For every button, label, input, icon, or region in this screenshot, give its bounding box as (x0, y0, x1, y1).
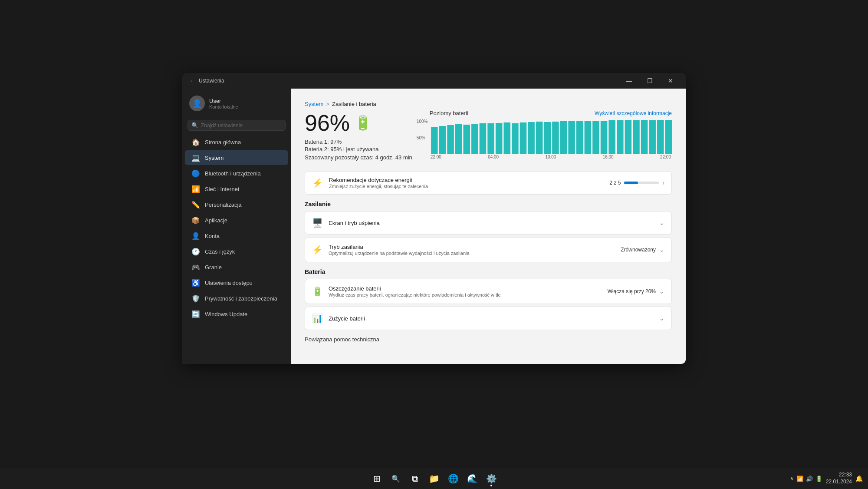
battery-saver-value: Włącza się przy 20% (608, 288, 656, 294)
close-button[interactable]: ✕ (661, 74, 681, 87)
user-section: 👤 User Konto lokalne (182, 92, 291, 118)
gaming-icon: 🎮 (192, 263, 200, 271)
title-bar: ← Ustawienia — ❐ ✕ (182, 73, 686, 89)
svg-rect-19 (584, 121, 591, 154)
taskbar-right: ∧ 📶 🔊 🔋 22:33 22.01.2024 🔔 (790, 472, 863, 485)
sidebar-item-apps[interactable]: 📦 Aplikacje (185, 213, 288, 228)
chart-title: Poziomy baterii (430, 110, 468, 116)
taskbar: ⊞ 🔍 ⧉ 📁 🌐 🌊 ⚙️ ∧ 📶 🔊 🔋 22:33 (0, 468, 868, 489)
sleep-icon: 🖥️ (312, 218, 322, 228)
home-icon: 🏠 (192, 138, 200, 146)
sleep-card[interactable]: 🖥️ Ekran i tryb uśpienia ⌄ (305, 211, 672, 235)
sidebar-item-bluetooth-label: Bluetooth i urządzenia (205, 170, 261, 177)
svg-rect-23 (617, 120, 624, 154)
battery-chart: 100% 50% (430, 119, 672, 162)
accessibility-icon: ♿ (192, 279, 200, 287)
battery-saver-icon: 🔋 (312, 286, 322, 297)
recommendations-badge: 2 z 5 (609, 180, 621, 186)
svg-rect-21 (601, 121, 608, 154)
sidebar-item-bluetooth[interactable]: 🔵 Bluetooth i urządzenia (185, 166, 288, 181)
recommendations-subtitle: Zmniejsz zużycie energii, stosując te za… (329, 184, 603, 189)
taskbar-search-button[interactable]: 🔍 (387, 470, 404, 487)
svg-rect-2 (447, 125, 454, 154)
battery-chart-section: Poziomy baterii Wyświetl szczegółowe inf… (430, 110, 672, 162)
sidebar-item-personalization[interactable]: ✏️ Personalizacja (185, 197, 288, 212)
sidebar-item-time[interactable]: 🕐 Czas i język (185, 244, 288, 259)
sidebar-item-accessibility-label: Ułatwienia dostępu (205, 280, 253, 286)
svg-rect-10 (512, 123, 519, 154)
battery-saver-subtitle: Wydłuż czas pracy baterii, ograniczając … (329, 292, 602, 297)
recommendations-title: Rekomendacje dotyczące energii (329, 177, 603, 183)
sidebar-item-network[interactable]: 📶 Sieć i Internet (185, 182, 288, 196)
sidebar-item-gaming[interactable]: 🎮 Granie (185, 260, 288, 274)
battery2-detail: Bateria 2: 95% i jest używana (305, 146, 412, 152)
search-box[interactable]: 🔍 (187, 120, 286, 131)
taskbar-clock[interactable]: 22:33 22.01.2024 (826, 472, 852, 485)
personalization-icon: ✏️ (192, 201, 200, 208)
sleep-title: Ekran i tryb uśpienia (329, 220, 653, 226)
taskbar-volume-icon[interactable]: 🔊 (806, 476, 813, 482)
accounts-icon: 👤 (192, 232, 200, 240)
chart-label-10: 10:00 (545, 155, 556, 159)
breadcrumb-parent[interactable]: System (305, 101, 323, 107)
battery-usage-icon: 📊 (312, 313, 322, 324)
chart-label-22start: 22:00 (431, 155, 441, 159)
svg-rect-29 (665, 120, 672, 154)
sidebar-item-privacy[interactable]: 🛡️ Prywatność i zabezpieczenia (185, 291, 288, 306)
svg-rect-18 (576, 121, 583, 154)
battery-saver-content: Oszczędzanie baterii Wydłuż czas pracy b… (329, 285, 602, 297)
taskbar-settings-wrap: ⚙️ (483, 470, 500, 487)
user-name: User (209, 98, 238, 104)
privacy-icon: 🛡️ (192, 294, 200, 302)
taskbar-taskview-button[interactable]: ⧉ (406, 470, 424, 487)
sidebar-item-apps-label: Aplikacje (205, 217, 227, 224)
battery-percent-value: 96% (305, 110, 350, 136)
recommendations-card[interactable]: ⚡ Rekomendacje dotyczące energii Zmniejs… (305, 171, 672, 195)
svg-rect-27 (649, 120, 656, 154)
restore-button[interactable]: ❐ (640, 74, 660, 87)
recommendations-chevron-icon: › (662, 179, 664, 186)
battery-icon: 🔋 (354, 115, 372, 131)
svg-rect-24 (625, 120, 631, 154)
chart-header: Poziomy baterii Wyświetl szczegółowe inf… (430, 110, 672, 116)
taskbar-chrome-button[interactable]: 🌐 (444, 470, 462, 487)
svg-rect-1 (439, 126, 446, 154)
svg-rect-26 (641, 120, 648, 154)
taskbar-time-value: 22:33 (826, 472, 852, 479)
battery-usage-right: ⌄ (659, 315, 664, 322)
battery-saver-dropdown-icon[interactable]: ⌄ (659, 288, 664, 295)
taskbar-center: ⊞ 🔍 ⧉ 📁 🌐 🌊 ⚙️ (368, 470, 500, 487)
chart-y-50: 50% (417, 135, 425, 140)
battery-usage-expand-icon[interactable]: ⌄ (659, 315, 664, 322)
taskbar-chevron-icon[interactable]: ∧ (790, 476, 794, 482)
breadcrumb: System > Zasilanie i bateria (305, 101, 672, 107)
search-input[interactable] (201, 122, 282, 129)
power-mode-card[interactable]: ⚡ Tryb zasilania Optymalizuj urządzenie … (305, 237, 672, 262)
sidebar-item-update[interactable]: 🔄 Windows Update (185, 307, 288, 321)
power-mode-dropdown-icon[interactable]: ⌄ (659, 246, 664, 253)
sidebar-item-update-label: Windows Update (205, 311, 247, 317)
taskbar-appx-button[interactable]: 🌊 (464, 470, 481, 487)
minimize-button[interactable]: — (619, 74, 639, 87)
title-bar-back-icon[interactable]: ← (189, 77, 195, 84)
battery-saver-right[interactable]: Włącza się przy 20% ⌄ (608, 288, 664, 295)
sidebar-item-system[interactable]: 💻 System (185, 150, 288, 165)
sidebar-item-accessibility[interactable]: ♿ Ułatwienia dostępu (185, 275, 288, 290)
sidebar-item-system-label: System (205, 155, 224, 161)
taskbar-wifi-icon[interactable]: 📶 (796, 476, 803, 482)
sleep-expand-icon[interactable]: ⌄ (659, 219, 664, 226)
update-icon: 🔄 (192, 310, 200, 318)
battery-usage-card[interactable]: 📊 Zużycie baterii ⌄ (305, 307, 672, 330)
taskbar-notification-icon[interactable]: 🔔 (855, 475, 863, 482)
sidebar-item-home[interactable]: 🏠 Strona główna (185, 135, 288, 149)
taskbar-explorer-button[interactable]: 📁 (425, 470, 443, 487)
taskbar-system-icons: ∧ 📶 🔊 🔋 (790, 476, 822, 482)
power-mode-right[interactable]: Zrównoważony ⌄ (621, 246, 664, 253)
battery-saver-card[interactable]: 🔋 Oszczędzanie baterii Wydłuż czas pracy… (305, 279, 672, 304)
chart-detail-link[interactable]: Wyświetl szczegółowe informacje (595, 110, 672, 116)
taskbar-battery-icon[interactable]: 🔋 (815, 476, 822, 482)
taskbar-start-button[interactable]: ⊞ (368, 470, 385, 487)
svg-rect-11 (520, 122, 527, 154)
battery1-detail: Bateria 1: 97% (305, 139, 412, 145)
sidebar-item-accounts[interactable]: 👤 Konta (185, 228, 288, 243)
